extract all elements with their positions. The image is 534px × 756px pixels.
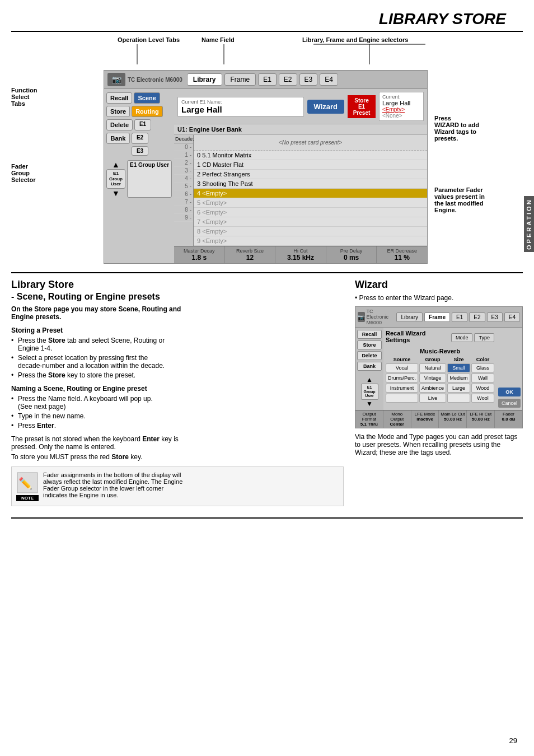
device-icon: 📷: [107, 73, 125, 86]
btn-bank[interactable]: Bank: [106, 133, 130, 144]
name-field[interactable]: Current E1 Name: Large Hall: [177, 97, 303, 116]
btn-recall[interactable]: Recall: [106, 92, 132, 104]
grid-live[interactable]: Live: [419, 394, 446, 403]
operation-tab: OPERATION: [524, 196, 534, 252]
note-label: NOTE: [16, 495, 39, 501]
mini-type-tab[interactable]: Type: [474, 333, 494, 342]
store-e1-label2: E1: [352, 104, 371, 110]
grid-vocal[interactable]: Vocal: [386, 363, 418, 372]
mini-tab-e4[interactable]: E4: [504, 312, 520, 322]
section-subtitle: - Scene, Routing or Engine presets: [11, 292, 344, 302]
preset-item-1[interactable]: 1 CD Master Flat: [194, 160, 427, 170]
preset-item-4[interactable]: 4 <Empty>: [194, 189, 427, 198]
naming-preset-title: Naming a Scene, Routing or Engine preset: [11, 385, 344, 393]
mini-param-mono-output-value: Center: [385, 422, 410, 427]
grid-large[interactable]: Large: [447, 384, 470, 393]
decade-1[interactable]: 1 -: [174, 151, 193, 159]
grid-ambience[interactable]: Ambience: [419, 384, 446, 393]
mini-tab-e1[interactable]: E1: [452, 312, 467, 322]
mini-ok-cancel: OK Cancel: [496, 328, 522, 410]
grid-wool[interactable]: Wool: [471, 394, 494, 403]
grid-empty-3-2[interactable]: [447, 394, 470, 403]
preset-item-3[interactable]: 3 Shooting The Past: [194, 179, 427, 189]
bank-label: U1: Engine User Bank: [174, 124, 427, 135]
label-op-tabs: Operation Level Tabs: [118, 36, 180, 43]
tab-frame[interactable]: Frame: [224, 73, 256, 86]
btn-delete[interactable]: Delete: [106, 119, 133, 130]
btn-e4-small[interactable]: E1 Group User: [127, 160, 172, 198]
mini-param-mono-output: Mono Output Center: [383, 410, 411, 428]
left-buttons-panel: Recall Scene Store Routing Delete E1 Ban…: [104, 89, 174, 263]
grid-instrument[interactable]: Instrument: [386, 384, 418, 393]
mini-mode-tab[interactable]: Mode: [451, 333, 473, 342]
param-er-decrease-value: 11 %: [379, 254, 425, 262]
mini-tab-frame[interactable]: Frame: [424, 312, 450, 322]
btn-e2-small[interactable]: E2: [132, 133, 148, 144]
decade-4[interactable]: 4 -: [174, 175, 193, 183]
tab-e4[interactable]: E4: [320, 73, 338, 86]
btn-store[interactable]: Store: [106, 106, 130, 117]
mini-btn-delete[interactable]: Delete: [357, 351, 382, 360]
btn-e1-group-user[interactable]: E1GroupUser: [106, 169, 125, 189]
store-e1-preset-button[interactable]: Store E1 Preset: [348, 95, 376, 118]
mini-up-arrow[interactable]: ▲: [366, 376, 373, 384]
fader-down-arrow[interactable]: ▼: [112, 189, 120, 198]
grid-glass[interactable]: Glass: [471, 363, 494, 372]
grid-header-group: Group: [419, 357, 446, 362]
param-master-decay: Master Decay 1.8 s: [174, 246, 225, 263]
decade-2[interactable]: 2 -: [174, 159, 193, 167]
param-reverb-size-label: Reverb Size: [227, 248, 273, 254]
tab-e1[interactable]: E1: [258, 73, 277, 86]
grid-small[interactable]: Small: [447, 363, 470, 372]
mini-param-output-format-value: 5.1 Thru: [357, 422, 382, 427]
mini-param-fader-label: Fader: [496, 412, 521, 417]
param-hi-cut-label: Hi Cut: [278, 248, 324, 254]
decade-0[interactable]: 0 -: [174, 143, 193, 151]
additional-text-2: To store you MUST press the red Store ke…: [11, 453, 344, 461]
tab-e2[interactable]: E2: [279, 73, 297, 86]
grid-natural[interactable]: Natural: [419, 363, 446, 372]
grid-drums[interactable]: Drums/Perc.: [386, 374, 418, 382]
preset-item-8[interactable]: 8 <Empty>: [194, 227, 427, 236]
mini-btn-store[interactable]: Store: [357, 340, 382, 349]
grid-empty-3-0[interactable]: [386, 394, 418, 403]
preset-item-2[interactable]: 2 Perfect Strangers: [194, 170, 427, 179]
decade-9[interactable]: 9 -: [174, 214, 193, 222]
mini-cancel-button[interactable]: Cancel: [498, 399, 521, 408]
tab-e3[interactable]: E3: [299, 73, 318, 86]
preset-item-6[interactable]: 6 <Empty>: [194, 208, 427, 217]
name-field-label: Current E1 Name:: [181, 99, 299, 105]
tab-library[interactable]: Library: [187, 73, 222, 86]
grid-wood[interactable]: Wood: [471, 384, 494, 393]
decade-6[interactable]: 6 -: [174, 190, 193, 198]
grid-medium[interactable]: Medium: [447, 374, 470, 382]
mini-btn-recall[interactable]: Recall: [357, 330, 382, 339]
btn-scene[interactable]: Scene: [134, 92, 160, 104]
preset-item-9[interactable]: 9 <Empty>: [194, 236, 427, 246]
preset-item-0[interactable]: 0 5.1 Monitor Matrix: [194, 151, 427, 160]
wizard-button[interactable]: Wizard: [307, 100, 345, 114]
preset-item-7[interactable]: 7 <Empty>: [194, 217, 427, 227]
decade-7[interactable]: 7 -: [174, 198, 193, 206]
mini-tab-e2[interactable]: E2: [469, 312, 485, 322]
preset-item-5[interactable]: 5 <Empty>: [194, 198, 427, 208]
decade-8[interactable]: 8 -: [174, 206, 193, 214]
fader-up-arrow[interactable]: ▲: [112, 160, 120, 169]
mini-tab-library[interactable]: Library: [396, 312, 423, 322]
mini-btn-bank[interactable]: Bank: [357, 362, 382, 371]
mini-tab-e3[interactable]: E3: [487, 312, 503, 322]
svg-text:✏️: ✏️: [18, 477, 32, 490]
mini-down-arrow[interactable]: ▼: [366, 400, 373, 408]
btn-e1-small[interactable]: E1: [134, 119, 151, 130]
btn-routing[interactable]: Routing: [132, 106, 163, 117]
grid-wall[interactable]: Wall: [471, 374, 494, 382]
grid-vintage[interactable]: Vintage: [419, 374, 446, 382]
btn-e3-small[interactable]: E3: [132, 146, 148, 156]
decade-5[interactable]: 5 -: [174, 183, 193, 190]
mini-e1-group-user[interactable]: E1GroupUser: [361, 384, 378, 400]
mini-ok-button[interactable]: OK: [498, 388, 521, 396]
wizard-title: Wizard: [355, 279, 523, 291]
decade-3[interactable]: 3 -: [174, 167, 193, 175]
storing-preset-bullets: Press the Store tab and select Scene, Ro…: [11, 337, 344, 379]
mini-mode-type-group: Mode Type: [451, 333, 494, 342]
